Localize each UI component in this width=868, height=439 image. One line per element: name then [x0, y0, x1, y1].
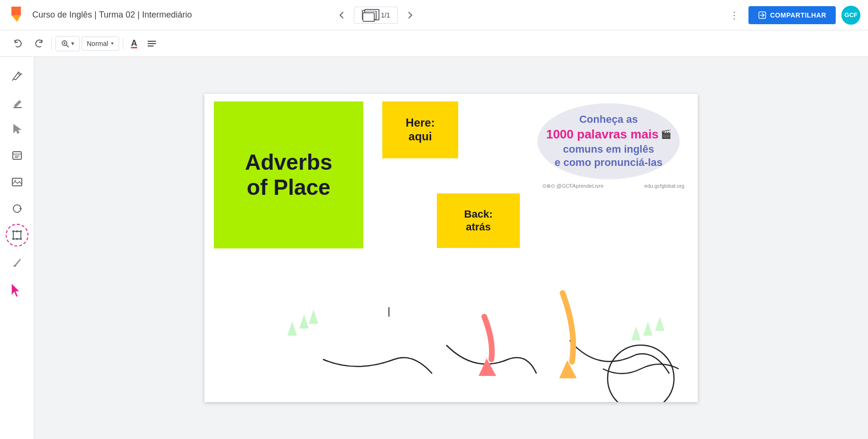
select-tool[interactable] — [6, 118, 28, 140]
promo-content: Conheça as 1000 palavras mais🎬 comuns em… — [537, 103, 689, 189]
svg-rect-17 — [13, 152, 21, 159]
marker-tool[interactable] — [6, 250, 28, 273]
shape-tool[interactable] — [6, 197, 28, 220]
redo-button[interactable] — [29, 35, 47, 53]
app-logo — [8, 5, 27, 26]
zoom-button[interactable]: ▾ — [55, 36, 80, 51]
promo-bubble: Conheça as 1000 palavras mais🎬 comuns em… — [537, 103, 680, 179]
next-slide-button[interactable] — [402, 7, 419, 24]
promo-text: Conheça as 1000 palavras mais🎬 comuns em… — [546, 113, 671, 170]
document-title: Curso de Inglês | Turma 02 | Intermediár… — [32, 10, 327, 20]
slide-number: 1/1 — [381, 11, 390, 19]
share-label: COMPARTILHAR — [770, 11, 827, 19]
svg-line-13 — [12, 79, 13, 81]
svg-rect-24 — [13, 231, 21, 239]
pen-tool[interactable] — [6, 64, 28, 87]
svg-rect-4 — [363, 13, 374, 21]
toolbar: ▾ Normal ▾ A — [0, 30, 868, 57]
main-area: Adverbs of Place Here:aqui Back:atrás Co… — [0, 57, 868, 439]
slide-counter: 1/1 — [354, 7, 398, 24]
svg-marker-1 — [11, 7, 21, 15]
toolbar-divider-2 — [123, 38, 123, 49]
header: Curso de Inglês | Turma 02 | Intermediár… — [0, 0, 868, 30]
green-sticky-text: Adverbs of Place — [245, 150, 332, 200]
yellow-here-sticky: Here:aqui — [382, 101, 458, 158]
prev-slide-button[interactable] — [333, 7, 350, 24]
svg-line-7 — [66, 45, 68, 47]
zoom-level-label: Normal — [87, 40, 108, 47]
more-options-button[interactable]: ⋮ — [726, 6, 743, 25]
image-tool[interactable] — [6, 171, 28, 193]
svg-rect-25 — [12, 230, 14, 232]
social-handle: ⊙⊗⊙ @GCFAprendeLivre — [542, 183, 603, 189]
yellow-back-sticky: Back:atrás — [437, 193, 520, 248]
text-color-letter: A — [131, 38, 137, 48]
transform-tool[interactable] — [6, 224, 28, 247]
text-align-button[interactable] — [143, 35, 161, 53]
text-cursor — [388, 307, 389, 317]
undo-button[interactable] — [9, 35, 28, 53]
slide-page-icon — [362, 10, 376, 20]
svg-rect-27 — [12, 238, 14, 240]
card-tool[interactable] — [6, 144, 28, 167]
avatar[interactable]: GCF — [841, 6, 860, 25]
svg-rect-29 — [16, 230, 18, 232]
text-color-button[interactable]: A — [127, 37, 141, 50]
social-website: edu.gcfglobal.org — [645, 183, 684, 189]
yellow-here-text: Here:aqui — [406, 116, 434, 144]
dropdown-arrow: ▾ — [111, 40, 114, 46]
svg-point-32 — [608, 345, 674, 402]
cursor-indicator — [8, 281, 27, 304]
svg-point-15 — [20, 73, 22, 75]
svg-rect-26 — [20, 230, 22, 232]
canvas-area[interactable]: Adverbs of Place Here:aqui Back:atrás Co… — [34, 57, 868, 439]
social-bar: ⊙⊗⊙ @GCFAprendeLivre edu.gcfglobal.org — [537, 183, 689, 189]
green-sticky-note: Adverbs of Place — [214, 101, 363, 248]
svg-rect-28 — [20, 238, 22, 240]
toolbar-divider-1 — [51, 38, 52, 49]
slide-navigation: 1/1 — [333, 7, 419, 24]
zoom-level-button[interactable]: Normal ▾ — [82, 37, 119, 51]
yellow-back-text: Back:atrás — [464, 208, 493, 233]
slide-canvas[interactable]: Adverbs of Place Here:aqui Back:atrás Co… — [204, 94, 698, 402]
eraser-tool[interactable] — [6, 91, 28, 114]
share-button[interactable]: COMPARTILHAR — [748, 6, 836, 24]
tools-sidebar — [0, 57, 34, 439]
svg-rect-30 — [16, 238, 18, 240]
